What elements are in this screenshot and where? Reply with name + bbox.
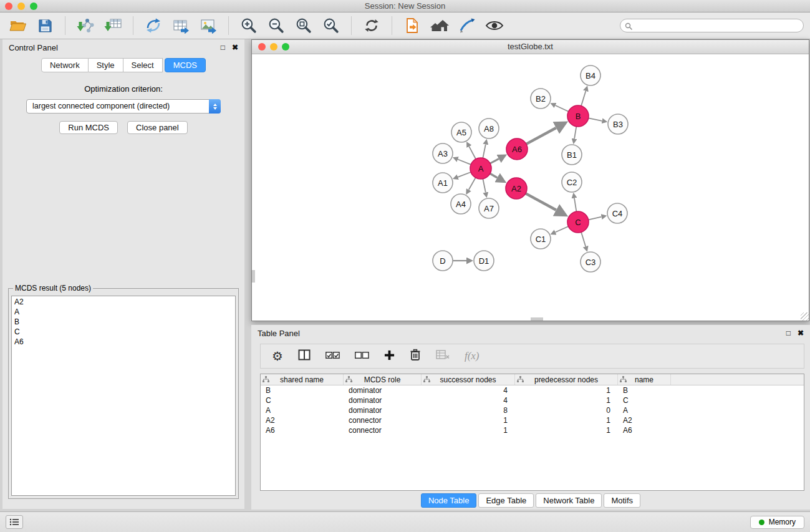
graph-node-A4[interactable]: A4 [451,194,471,214]
new-network-button[interactable] [142,14,165,37]
network-window-titlebar[interactable]: testGlobe.txt [252,40,809,54]
optimization-dropdown[interactable]: largest connected component (directed) [26,99,221,114]
graph-node-A5[interactable]: A5 [451,122,471,142]
task-history-button[interactable] [6,515,23,529]
list-item[interactable]: A2 [14,297,233,307]
table-row[interactable]: A2connector11A2 [261,415,804,425]
tab-motifs[interactable]: Motifs [604,493,640,508]
memory-button[interactable]: Memory [750,516,804,529]
minimize-view-icon[interactable] [270,43,277,51]
home-button[interactable] [428,14,451,37]
graph-node-B2[interactable]: B2 [531,89,551,109]
graph-node-A8[interactable]: A8 [479,118,499,138]
graph-edge[interactable] [526,128,556,144]
graph-node-C2[interactable]: C2 [562,172,582,192]
graph-edge[interactable] [581,232,586,246]
zoom-selected-button[interactable] [320,14,342,37]
graph-edge[interactable] [458,172,471,177]
style-button[interactable] [456,14,478,37]
graph-node-B[interactable]: B [567,105,589,127]
graph-node-B3[interactable]: B3 [608,114,628,134]
graph-node-C1[interactable]: C1 [531,229,551,249]
search-input[interactable] [620,19,804,32]
tab-mcds[interactable]: MCDS [165,58,206,72]
open-session-button[interactable] [6,14,29,37]
function-builder-label[interactable]: f(x) [465,350,480,362]
float-panel-icon[interactable]: □ [221,43,225,52]
show-panel-button[interactable] [483,14,506,37]
graph-node-B1[interactable]: B1 [562,145,582,165]
resize-grip-icon[interactable] [801,312,809,321]
dropdown-stepper-icon[interactable] [209,99,221,114]
table-row[interactable]: A6connector11A6 [261,425,804,435]
graph-edge[interactable] [458,160,471,165]
close-view-icon[interactable] [258,43,266,51]
graph-node-A7[interactable]: A7 [479,198,499,218]
columns-icon[interactable] [298,349,311,363]
deselect-all-icon[interactable] [355,351,369,362]
column-header-shared-name[interactable]: shared name [261,374,344,385]
tab-style[interactable]: Style [89,58,123,72]
table-row[interactable]: Adominator80A [261,405,804,415]
add-column-icon[interactable] [384,350,395,363]
graph-edge[interactable] [469,147,476,159]
graph-edge[interactable] [483,179,485,193]
list-item[interactable]: B [14,317,233,327]
gear-icon[interactable]: ⚙ [272,350,283,362]
maximize-view-icon[interactable] [282,43,289,51]
import-table-button[interactable] [102,14,124,37]
table-row[interactable]: Bdominator41B [261,385,804,395]
graph-edge[interactable] [483,145,485,158]
tab-select[interactable]: Select [123,58,163,72]
column-header-predecessor-nodes[interactable]: predecessor nodes [515,374,618,385]
network-graph[interactable]: B4B2BB3A8A5A6A3B1AC2A1A2A4A7C4CC1DD1C3 [252,54,809,321]
delete-column-icon[interactable] [410,349,421,364]
zoom-in-button[interactable] [238,14,260,37]
close-window-icon[interactable] [5,2,12,10]
float-panel-icon[interactable]: □ [786,329,791,337]
new-table-button[interactable] [170,14,192,37]
graph-edge[interactable] [574,127,576,139]
export-image-button[interactable] [197,14,219,37]
delete-table-icon[interactable] [436,350,450,362]
select-all-icon[interactable] [325,351,340,362]
column-header-successor-nodes[interactable]: successor nodes [422,374,515,385]
close-panel-icon[interactable]: ✖ [798,329,804,337]
import-network-button[interactable] [74,14,97,37]
graph-node-A[interactable]: A [470,158,491,179]
graph-node-C3[interactable]: C3 [581,252,600,272]
graph-edge[interactable] [556,105,569,112]
graph-edge[interactable] [490,173,498,178]
run-mcds-button[interactable]: Run MCDS [59,121,118,134]
list-item[interactable]: A6 [14,337,233,347]
refresh-button[interactable] [360,14,383,37]
close-panel-button[interactable]: Close panel [127,121,188,134]
manual-button[interactable] [401,14,423,37]
column-header-MCDS-role[interactable]: MCDS role [344,374,422,385]
tab-network[interactable]: Network [41,58,89,72]
tab-edge-table[interactable]: Edge Table [478,493,534,508]
close-panel-icon[interactable]: ✖ [232,43,238,52]
graph-edge[interactable] [581,91,586,106]
splitter-handle[interactable] [252,270,255,283]
minimize-window-icon[interactable] [17,2,25,10]
graph-node-A6[interactable]: A6 [506,138,528,160]
graph-edge[interactable] [469,178,476,190]
graph-edge[interactable] [574,198,576,212]
list-item[interactable]: A [14,307,233,317]
graph-node-A2[interactable]: A2 [506,178,527,199]
column-header-name[interactable]: name [618,374,671,385]
graph-node-C[interactable]: C [567,211,589,233]
graph-edge[interactable] [589,118,602,120]
graph-node-A1[interactable]: A1 [433,173,453,193]
zoom-out-button[interactable] [265,14,287,37]
graph-node-C4[interactable]: C4 [607,203,627,223]
list-item[interactable]: C [14,327,233,337]
graph-edge[interactable] [589,217,602,220]
network-canvas[interactable]: B4B2BB3A8A5A6A3B1AC2A1A2A4A7C4CC1DD1C3 [252,54,809,321]
tab-network-table[interactable]: Network Table [536,493,602,508]
graph-node-D[interactable]: D [433,251,453,271]
maximize-window-icon[interactable] [30,2,37,10]
splitter-handle[interactable] [531,317,543,321]
graph-node-A3[interactable]: A3 [433,143,453,163]
